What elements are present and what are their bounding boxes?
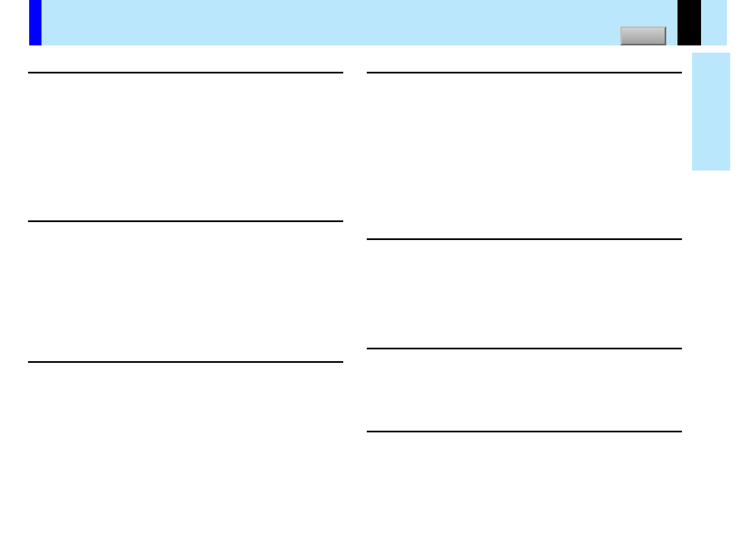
section-divider xyxy=(28,361,343,363)
section-divider xyxy=(28,220,343,222)
header-right-block xyxy=(677,0,701,45)
section-divider xyxy=(367,238,682,240)
section-divider xyxy=(28,72,343,73)
section-divider xyxy=(367,348,682,349)
section-divider xyxy=(367,431,682,432)
header-button[interactable] xyxy=(620,26,666,45)
header-accent-bar xyxy=(29,0,42,45)
section-divider xyxy=(367,72,682,73)
side-tab[interactable] xyxy=(692,53,730,170)
